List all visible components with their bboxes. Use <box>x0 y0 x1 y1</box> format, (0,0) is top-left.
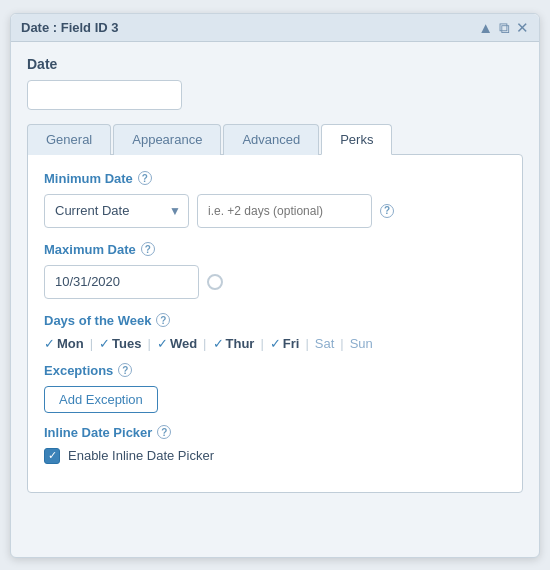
days-of-week-section: Days of the Week ? ✓ Mon | ✓ Tues | ✓ <box>44 313 506 351</box>
tues-check-icon: ✓ <box>99 336 110 351</box>
inline-date-picker-label: Inline Date Picker ? <box>44 425 506 440</box>
inline-picker-checkbox-label: Enable Inline Date Picker <box>68 448 214 463</box>
days-row: ✓ Mon | ✓ Tues | ✓ Wed | ✓ <box>44 336 506 351</box>
fri-label: Fri <box>283 336 300 351</box>
add-exception-button[interactable]: Add Exception <box>44 386 158 413</box>
inline-picker-checkbox[interactable]: ✓ <box>44 448 60 464</box>
sat-label: Sat <box>315 336 335 351</box>
offset-help-icon[interactable]: ? <box>380 204 394 218</box>
day-fri[interactable]: ✓ Fri <box>270 336 300 351</box>
inline-picker-help-icon[interactable]: ? <box>157 425 171 439</box>
wed-label: Wed <box>170 336 197 351</box>
minimum-date-label: Minimum Date ? <box>44 171 506 186</box>
mon-check-icon: ✓ <box>44 336 55 351</box>
tab-appearance[interactable]: Appearance <box>113 124 221 155</box>
wed-check-icon: ✓ <box>157 336 168 351</box>
day-mon[interactable]: ✓ Mon <box>44 336 84 351</box>
day-wed[interactable]: ✓ Wed <box>157 336 197 351</box>
window-title: Date : Field ID 3 <box>21 20 119 35</box>
minimum-date-offset-input[interactable] <box>197 194 372 228</box>
title-bar: Date : Field ID 3 ▲ ⧉ ✕ <box>11 14 539 42</box>
maximum-date-help-icon[interactable]: ? <box>141 242 155 256</box>
close-icon[interactable]: ✕ <box>516 20 529 35</box>
tab-perks-content: Minimum Date ? Current Date Specific Dat… <box>27 154 523 493</box>
field-label: Date <box>27 56 523 72</box>
tab-perks[interactable]: Perks <box>321 124 392 155</box>
minimum-date-section: Minimum Date ? Current Date Specific Dat… <box>44 171 506 228</box>
window-body: Date General Appearance Advanced Perks M… <box>11 42 539 507</box>
day-sat[interactable]: Sat <box>315 336 335 351</box>
day-thur[interactable]: ✓ Thur <box>213 336 255 351</box>
copy-icon[interactable]: ⧉ <box>499 20 510 35</box>
day-tues[interactable]: ✓ Tues <box>99 336 141 351</box>
inline-date-picker-section: Inline Date Picker ? ✓ Enable Inline Dat… <box>44 425 506 464</box>
day-sun[interactable]: Sun <box>350 336 373 351</box>
maximum-date-label: Maximum Date ? <box>44 242 506 257</box>
collapse-icon[interactable]: ▲ <box>478 20 493 35</box>
exceptions-label: Exceptions ? <box>44 363 506 378</box>
date-preview-input <box>27 80 182 110</box>
maximum-date-section: Maximum Date ? <box>44 242 506 299</box>
thur-label: Thur <box>226 336 255 351</box>
tab-advanced[interactable]: Advanced <box>223 124 319 155</box>
exceptions-help-icon[interactable]: ? <box>118 363 132 377</box>
maximum-date-radio[interactable] <box>207 274 223 290</box>
days-help-icon[interactable]: ? <box>156 313 170 327</box>
sun-label: Sun <box>350 336 373 351</box>
tab-general[interactable]: General <box>27 124 111 155</box>
minimum-date-help-icon[interactable]: ? <box>138 171 152 185</box>
minimum-date-row: Current Date Specific Date None ▼ ? <box>44 194 506 228</box>
tues-label: Tues <box>112 336 141 351</box>
mon-label: Mon <box>57 336 84 351</box>
exceptions-section: Exceptions ? Add Exception <box>44 363 506 413</box>
days-of-week-label: Days of the Week ? <box>44 313 506 328</box>
thur-check-icon: ✓ <box>213 336 224 351</box>
tabs-bar: General Appearance Advanced Perks <box>27 124 523 155</box>
minimum-date-select[interactable]: Current Date Specific Date None <box>44 194 189 228</box>
maximum-date-input[interactable] <box>44 265 199 299</box>
minimum-date-select-wrapper: Current Date Specific Date None ▼ <box>44 194 189 228</box>
fri-check-icon: ✓ <box>270 336 281 351</box>
title-icons: ▲ ⧉ ✕ <box>478 20 529 35</box>
inline-picker-checkbox-row: ✓ Enable Inline Date Picker <box>44 448 506 464</box>
maximum-date-row <box>44 265 506 299</box>
checkbox-check-icon: ✓ <box>48 450 57 461</box>
modal-window: Date : Field ID 3 ▲ ⧉ ✕ Date General App… <box>10 13 540 558</box>
